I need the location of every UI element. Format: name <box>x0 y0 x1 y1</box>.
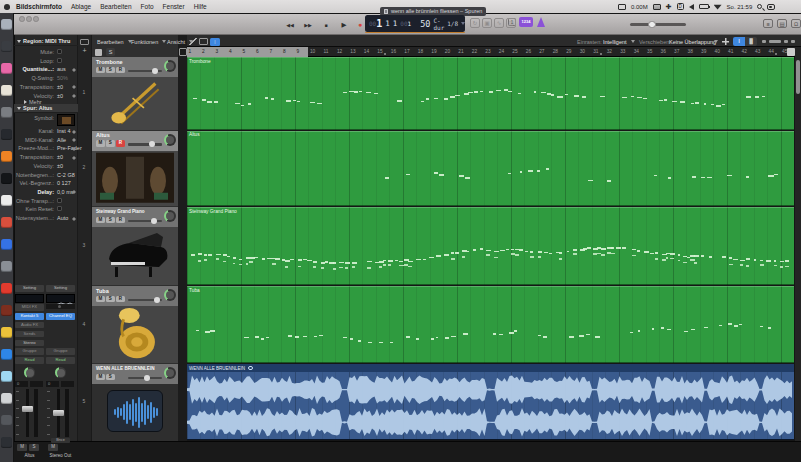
strip-slot-stereo[interactable]: Stereo <box>15 340 44 347</box>
pan-knob[interactable] <box>164 60 176 72</box>
strip-slot-gruppe[interactable]: Gruppe <box>15 348 44 355</box>
pan-knob[interactable] <box>24 367 35 378</box>
dock-app-icon[interactable] <box>1 261 12 272</box>
lcd-chevron-down-icon[interactable] <box>461 22 465 25</box>
dock-app-icon[interactable] <box>1 195 12 206</box>
dock-app-icon[interactable] <box>1 239 12 250</box>
add-track-button[interactable]: + <box>83 47 91 55</box>
track-header-1[interactable]: TromboneMSR <box>92 57 178 130</box>
dock-app-icon[interactable] <box>1 217 12 228</box>
menu-item[interactable]: Fenster <box>163 3 185 10</box>
dock-app-icon[interactable] <box>1 393 12 404</box>
bar-ruler[interactable]: 1234567891011121314151617181920212223242… <box>187 47 795 57</box>
master-volume-knob[interactable] <box>648 21 656 29</box>
stepper-icon[interactable] <box>72 92 77 99</box>
lcd-key-signature[interactable]: C-dur <box>433 17 444 31</box>
arrange-menu-funktionen[interactable]: Funktionen <box>131 39 166 45</box>
menu-item[interactable]: Ablage <box>71 3 91 10</box>
loop-browser-button[interactable]: Ω <box>791 19 801 28</box>
dock-app-icon[interactable] <box>1 327 12 338</box>
volume-icon[interactable] <box>689 4 694 10</box>
audio-region[interactable]: WENN ALLE BRUENNLEIN <box>187 364 794 440</box>
tool-icon[interactable] <box>95 49 102 56</box>
add-icon[interactable]: ✚ <box>666 4 672 10</box>
midi-region[interactable]: Tuba <box>187 286 794 363</box>
dock-app-icon[interactable] <box>1 173 12 184</box>
param-value[interactable]: Pre-Fader <box>57 145 82 151</box>
mute-button[interactable]: M <box>96 67 105 74</box>
inspector-more-disclosure[interactable]: Mehr <box>24 99 42 105</box>
strip-slot-audio-fx[interactable]: Audio FX <box>15 322 44 329</box>
fader-cap[interactable] <box>53 410 64 416</box>
pan-value-box[interactable]: 0 <box>15 381 28 387</box>
mute-button[interactable]: M <box>96 374 105 381</box>
solo-mode-button[interactable]: S <box>106 48 115 56</box>
battery-icon[interactable] <box>699 4 709 9</box>
catch-playhead-button[interactable]: ⁞ <box>210 38 220 46</box>
strip-slot-kontakt-5[interactable]: Kontakt 5 <box>15 313 44 320</box>
stepper-icon[interactable] <box>72 188 77 195</box>
tuner-icon[interactable]: ◫ <box>506 18 516 28</box>
forward-button[interactable]: ▶▶ <box>300 19 316 31</box>
volume-slider-track[interactable] <box>128 220 162 223</box>
track-zoom-icon[interactable] <box>179 48 187 56</box>
strip-slot-midi-fx[interactable]: MIDI FX <box>15 304 44 311</box>
solo-button[interactable]: S <box>106 217 115 224</box>
pan-value-box[interactable]: 0 <box>46 381 59 387</box>
bandwidth-widget-icon[interactable] <box>618 4 626 10</box>
list-editors-button[interactable]: ≡ <box>763 19 773 28</box>
dock-app-icon[interactable] <box>1 283 12 294</box>
master-volume-slider[interactable] <box>630 23 686 26</box>
drag-mode-menu[interactable]: Keine Überlappung <box>669 39 716 45</box>
metronome-icon[interactable] <box>537 17 545 27</box>
midi-region[interactable]: Altus <box>187 131 794 207</box>
strip-slot-gruppe[interactable]: Gruppe <box>46 348 75 355</box>
control-center-icon[interactable] <box>767 4 775 10</box>
display-icon[interactable] <box>653 4 661 10</box>
move-tool-icon[interactable] <box>722 38 729 45</box>
volume-slider-track[interactable] <box>128 143 162 146</box>
param-value[interactable]: ±0 <box>57 163 63 169</box>
param-value[interactable]: Inst 4 <box>57 128 70 134</box>
stepper-icon[interactable] <box>72 145 77 152</box>
menu-item[interactable]: Hilfe <box>194 3 207 10</box>
zoom-window-button[interactable] <box>33 16 39 22</box>
secondary-tool-button[interactable]: ▐▌ <box>745 37 757 46</box>
midi-in-icon[interactable] <box>199 38 208 45</box>
eq-thumbnail[interactable] <box>15 294 44 303</box>
zoom-out-icon[interactable] <box>762 40 766 43</box>
strip-slot-setting[interactable]: Setting <box>15 285 44 292</box>
param-checkbox[interactable] <box>57 49 62 54</box>
dock-app-icon[interactable] <box>1 41 12 52</box>
strip-slot-sends[interactable]: Sends <box>15 331 44 338</box>
solo-button[interactable]: S <box>106 67 115 74</box>
vertical-scrollbar[interactable] <box>795 47 801 441</box>
strip-mute-button[interactable]: M <box>17 444 27 451</box>
cycle-icon[interactable]: ↻ <box>470 18 480 28</box>
spotlight-search-icon[interactable] <box>757 4 762 9</box>
record-button[interactable]: ● <box>352 19 368 31</box>
zoom-slider[interactable] <box>769 40 781 43</box>
dock-app-icon[interactable] <box>1 107 12 118</box>
record-arm-button[interactable]: R <box>116 140 125 147</box>
arrange-menu-bearbeiten[interactable]: Bearbeiten <box>97 39 132 45</box>
menu-item[interactable]: Bearbeiten <box>100 3 131 10</box>
param-value[interactable]: Auto <box>57 215 68 221</box>
pan-knob[interactable] <box>164 289 176 301</box>
mute-button[interactable]: M <box>96 296 105 303</box>
media-browser-button[interactable]: ▤ <box>777 19 787 28</box>
pan-knob[interactable] <box>55 367 66 378</box>
strip-slot-read[interactable]: Read <box>15 357 44 364</box>
volume-slider-knob[interactable] <box>154 297 160 303</box>
mute-button[interactable]: M <box>96 217 105 224</box>
strip-solo-button[interactable]: S <box>29 444 39 451</box>
pencil-tool-icon[interactable] <box>189 38 197 45</box>
lcd-division-value[interactable]: 1/8 <box>447 20 458 27</box>
wifi-icon[interactable] <box>714 4 722 10</box>
param-value[interactable]: ±0 <box>57 93 63 99</box>
track-symbol-thumbnail[interactable] <box>57 114 75 126</box>
stop-button[interactable]: ■ <box>318 19 334 31</box>
waveform-zoom-icon[interactable] <box>791 40 795 43</box>
close-window-button[interactable] <box>19 16 25 22</box>
app-name-menu[interactable]: Bildschirmfoto <box>16 3 62 10</box>
